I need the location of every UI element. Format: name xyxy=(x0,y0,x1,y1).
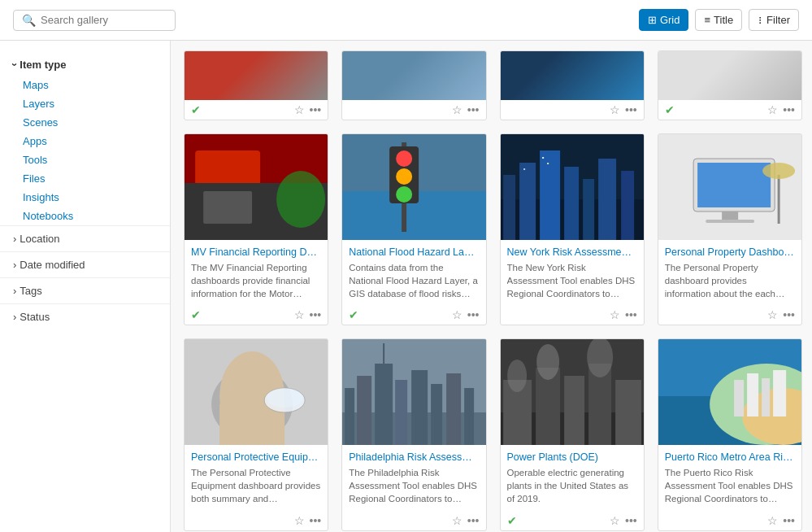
more-icon[interactable]: ••• xyxy=(467,308,480,321)
card-image-flood xyxy=(342,134,485,240)
card-title: New York Risk Assessment Tool xyxy=(507,246,637,258)
svg-rect-14 xyxy=(503,175,515,240)
card-row0-2[interactable]: ☆ ••• xyxy=(341,50,486,120)
svg-rect-20 xyxy=(621,171,634,240)
svg-rect-63 xyxy=(747,373,758,416)
more-icon[interactable]: ••• xyxy=(783,308,795,321)
star-icon[interactable]: ☆ xyxy=(767,103,778,116)
svg-rect-22 xyxy=(547,163,549,164)
card-mv-financial[interactable]: MV Financial Reporting Dashb... The MV F… xyxy=(184,133,328,325)
title-button[interactable]: ≡ Title xyxy=(695,9,742,31)
card-title: Puerto Rico Metro Area Risk As... xyxy=(665,451,795,463)
card-row0-3[interactable]: ☆ ••• xyxy=(500,50,645,120)
more-icon[interactable]: ••• xyxy=(467,514,480,527)
more-icon[interactable]: ••• xyxy=(783,514,795,527)
more-icon[interactable]: ••• xyxy=(467,103,480,116)
card-power-plants[interactable]: Power Plants (DOE) Operable electric gen… xyxy=(500,338,645,530)
card-title: National Flood Hazard Layer (... xyxy=(349,246,479,258)
more-icon[interactable]: ••• xyxy=(310,308,322,321)
gallery-content: ✔ ☆ ••• ☆ ••• xyxy=(171,41,812,532)
sidebar-item-tools[interactable]: Tools xyxy=(0,150,170,169)
card-footer: ✔ ☆ ••• xyxy=(185,100,328,120)
filter-button[interactable]: ⫶ Filter xyxy=(749,9,799,31)
verified-icon: ✔ xyxy=(191,103,201,116)
card-national-flood[interactable]: National Flood Hazard Layer (... Contain… xyxy=(341,133,486,325)
search-icon: 🔍 xyxy=(22,14,36,27)
card-body: Philadelphia Risk Assessment ... The Phi… xyxy=(342,445,485,510)
card-puerto-rico[interactable]: Puerto Rico Metro Area Risk As... The Pu… xyxy=(658,338,802,530)
card-desc: Contains data from the National Flood Ha… xyxy=(349,261,479,300)
star-icon[interactable]: ☆ xyxy=(767,514,778,527)
star-icon[interactable]: ☆ xyxy=(452,514,462,527)
star-icon[interactable]: ☆ xyxy=(452,103,462,116)
star-icon[interactable]: ☆ xyxy=(610,308,620,321)
card-image-power xyxy=(501,339,644,445)
card-row0-1[interactable]: ✔ ☆ ••• xyxy=(184,50,328,120)
svg-rect-39 xyxy=(345,388,354,445)
card-actions: ☆ ••• xyxy=(610,103,637,116)
star-icon[interactable]: ☆ xyxy=(452,308,462,321)
star-icon[interactable]: ☆ xyxy=(610,514,620,527)
header-actions: ⊞ Grid ≡ Title ⫶ Filter xyxy=(639,9,799,31)
star-icon[interactable]: ☆ xyxy=(610,103,620,116)
more-icon[interactable]: ••• xyxy=(310,514,322,527)
filter-icon: ⫶ xyxy=(758,14,763,26)
svg-rect-26 xyxy=(697,163,771,207)
card-title: Philadelphia Risk Assessment ... xyxy=(349,451,479,463)
sidebar-item-notebooks[interactable]: Notebooks xyxy=(0,207,170,225)
card-footer: ☆ ••• xyxy=(185,511,328,530)
star-icon[interactable]: ☆ xyxy=(294,514,305,527)
svg-rect-65 xyxy=(773,370,786,416)
more-icon[interactable]: ••• xyxy=(310,103,322,116)
svg-point-10 xyxy=(396,168,412,185)
sidebar-item-apps[interactable]: Apps xyxy=(0,132,170,150)
location-filter[interactable]: › Location xyxy=(0,225,170,251)
svg-rect-15 xyxy=(519,163,536,240)
verified-check-icon: ✔ xyxy=(507,514,517,527)
main-layout: › Item type Maps Layers Scenes Apps Tool… xyxy=(0,41,812,532)
card-desc: The Puerto Rico Risk Assessment Tool ena… xyxy=(665,466,795,505)
card-personal-property[interactable]: Personal Property Dashboard The Personal… xyxy=(658,133,802,325)
sidebar-item-files[interactable]: Files xyxy=(0,169,170,188)
date-modified-filter[interactable]: › Date modified xyxy=(0,251,170,277)
sidebar: › Item type Maps Layers Scenes Apps Tool… xyxy=(0,41,171,532)
sidebar-item-insights[interactable]: Insights xyxy=(0,188,170,207)
chevron-down-icon: › xyxy=(9,63,21,66)
tags-filter[interactable]: › Tags xyxy=(0,277,170,303)
card-footer: ☆ ••• xyxy=(342,511,485,530)
card-footer: ☆ ••• xyxy=(342,100,485,120)
star-icon[interactable]: ☆ xyxy=(767,308,778,321)
card-desc: Operable electric generating plants in t… xyxy=(507,466,637,505)
more-icon[interactable]: ••• xyxy=(625,308,637,321)
status-label: Status xyxy=(20,311,50,323)
card-footer: ✔ ☆ ••• xyxy=(501,511,644,530)
svg-rect-42 xyxy=(395,380,407,445)
card-philadelphia[interactable]: Philadelphia Risk Assessment ... The Phi… xyxy=(341,338,486,530)
sidebar-item-layers[interactable]: Layers xyxy=(0,94,170,113)
sidebar-item-maps[interactable]: Maps xyxy=(0,76,170,94)
grid-button[interactable]: ⊞ Grid xyxy=(639,9,689,31)
card-footer: ☆ ••• xyxy=(658,511,801,530)
search-input[interactable] xyxy=(41,14,167,26)
sidebar-item-scenes[interactable]: Scenes xyxy=(0,113,170,132)
more-icon[interactable]: ••• xyxy=(625,514,637,527)
more-icon[interactable]: ••• xyxy=(783,103,795,116)
card-footer: ✔ ☆ ••• xyxy=(658,100,801,120)
card-ppe[interactable]: Personal Protective Equipment... The Per… xyxy=(184,338,328,530)
star-icon[interactable]: ☆ xyxy=(294,308,305,321)
item-type-section[interactable]: › Item type xyxy=(0,54,170,76)
status-filter[interactable]: › Status xyxy=(0,303,170,329)
card-footer: ✔ ☆ ••• xyxy=(342,305,485,325)
card-image-philly xyxy=(342,339,485,445)
card-footer: ☆ ••• xyxy=(501,305,644,325)
card-row0-4[interactable]: ✔ ☆ ••• xyxy=(658,50,802,120)
star-icon[interactable]: ☆ xyxy=(294,103,305,116)
more-icon[interactable]: ••• xyxy=(625,103,637,116)
svg-rect-54 xyxy=(615,380,641,445)
card-body: MV Financial Reporting Dashb... The MV F… xyxy=(185,240,328,305)
card-ny-risk[interactable]: New York Risk Assessment Tool The New Yo… xyxy=(500,133,645,325)
search-box[interactable]: 🔍 xyxy=(13,10,176,31)
svg-rect-19 xyxy=(598,159,616,240)
card-desc: The Personal Protective Equipment dashbo… xyxy=(191,466,321,505)
svg-rect-18 xyxy=(583,179,594,240)
